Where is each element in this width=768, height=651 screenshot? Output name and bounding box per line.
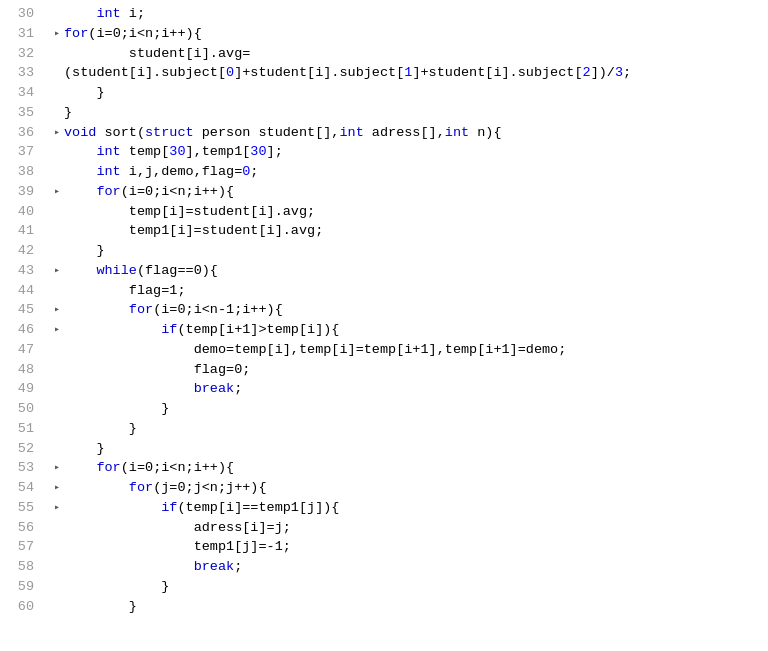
token-plain: ])/: [591, 63, 615, 83]
line-number: 56: [12, 518, 34, 538]
token-plain: (i=: [88, 24, 112, 44]
token-plain: ]+student[i].subject[: [234, 63, 404, 83]
code-line: ▸ while(flag==0){: [50, 261, 760, 281]
fold-indicator[interactable]: ▸: [50, 261, 64, 281]
token-kw-blue: int: [445, 123, 469, 143]
line-number: 51: [12, 419, 34, 439]
token-plain: flag=: [194, 360, 235, 380]
token-plain: 1: [169, 281, 177, 301]
token-kw-blue: int: [96, 142, 120, 162]
token-plain: adress[],: [364, 123, 445, 143]
code-line: }: [50, 241, 760, 261]
fold-indicator[interactable]: ▸: [50, 300, 64, 320]
indent: [64, 379, 194, 399]
code-line: }: [50, 399, 760, 419]
line-number: 60: [12, 597, 34, 617]
line-number: 52: [12, 439, 34, 459]
fold-indicator[interactable]: ▸: [50, 182, 64, 202]
token-kw-blue: int: [96, 4, 120, 24]
indent: [64, 478, 129, 498]
fold-indicator[interactable]: ▸: [50, 498, 64, 518]
code-line: }: [50, 439, 760, 459]
indent: [64, 300, 129, 320]
fold-indicator[interactable]: ▸: [50, 123, 64, 143]
code-area: int i;▸for(i=0;i<n;i++){ student[i].avg=…: [42, 0, 768, 651]
indent: [64, 577, 161, 597]
indent: [64, 498, 161, 518]
fold-indicator[interactable]: ▸: [50, 478, 64, 498]
token-kw-blue: for: [64, 24, 88, 44]
line-number: 59: [12, 577, 34, 597]
token-plain: ;i<n;i++){: [153, 458, 234, 478]
indent: [64, 261, 96, 281]
token-plain: flag=: [129, 281, 170, 301]
indent: [64, 518, 194, 538]
line-number: 49: [12, 379, 34, 399]
token-plain: 1: [226, 300, 234, 320]
token-plain: (i=: [121, 182, 145, 202]
token-plain: ],temp[i+: [429, 340, 502, 360]
indent: [64, 221, 129, 241]
fold-indicator[interactable]: ▸: [50, 320, 64, 340]
code-line: ▸ if(temp[i]==temp1[j]){: [50, 498, 760, 518]
code-line: flag=1;: [50, 281, 760, 301]
code-line: ▸ if(temp[i+1]>temp[i]){: [50, 320, 760, 340]
token-plain: student[i].avg=: [129, 44, 251, 64]
indent: [64, 182, 96, 202]
token-kw-blue: int: [339, 123, 363, 143]
indent: [64, 202, 129, 222]
code-line: temp1[j]=-1;: [50, 537, 760, 557]
code-line: }: [50, 577, 760, 597]
code-line: }: [50, 419, 760, 439]
indent: [64, 537, 194, 557]
token-plain: 0: [194, 261, 202, 281]
token-plain: 0: [234, 360, 242, 380]
indent: [64, 162, 96, 182]
token-num-highlight: 0: [226, 63, 234, 83]
token-plain: (j=: [153, 478, 177, 498]
line-number: 37: [12, 142, 34, 162]
token-plain: ]=demo;: [510, 340, 567, 360]
line-number: 35: [12, 103, 34, 123]
token-plain: }: [161, 399, 169, 419]
line-number: 57: [12, 537, 34, 557]
token-plain: ]>temp[i]){: [250, 320, 339, 340]
indent: [64, 557, 194, 577]
fold-indicator[interactable]: ▸: [50, 458, 64, 478]
line-number: 34: [12, 83, 34, 103]
code-line: }: [50, 103, 760, 123]
code-line: }: [50, 597, 760, 617]
token-plain: (flag==: [137, 261, 194, 281]
token-plain: (i=: [121, 458, 145, 478]
code-line: adress[i]=j;: [50, 518, 760, 538]
token-kw-blue: break: [194, 557, 235, 577]
token-plain: temp[: [121, 142, 170, 162]
token-kw-blue: for: [129, 478, 153, 498]
code-line: int i,j,demo,flag=0;: [50, 162, 760, 182]
token-plain: ;: [283, 537, 291, 557]
token-plain: }: [96, 439, 104, 459]
code-line: break;: [50, 557, 760, 577]
line-number: 45: [12, 300, 34, 320]
token-plain: }: [129, 419, 137, 439]
token-plain: (temp[i+: [177, 320, 242, 340]
token-num-highlight: 1: [404, 63, 412, 83]
token-plain: 1: [420, 340, 428, 360]
indent: [64, 281, 129, 301]
token-plain: i,j,demo,flag=: [121, 162, 243, 182]
indent: [64, 4, 96, 24]
line-number: 38: [12, 162, 34, 182]
code-line: int temp[30],temp1[30];: [50, 142, 760, 162]
fold-indicator[interactable]: ▸: [50, 24, 64, 44]
token-plain: ;: [623, 63, 631, 83]
token-plain: ;: [234, 557, 242, 577]
line-number: 43: [12, 261, 34, 281]
token-plain: demo=temp[i],temp[i]=temp[i+: [194, 340, 421, 360]
token-plain: 0: [145, 182, 153, 202]
token-plain: temp1[j]=-: [194, 537, 275, 557]
token-plain: ;i++){: [234, 300, 283, 320]
code-line: ▸ for(i=0;i<n-1;i++){: [50, 300, 760, 320]
token-plain: ;: [234, 379, 242, 399]
indent: [64, 340, 194, 360]
token-plain: 0: [113, 24, 121, 44]
